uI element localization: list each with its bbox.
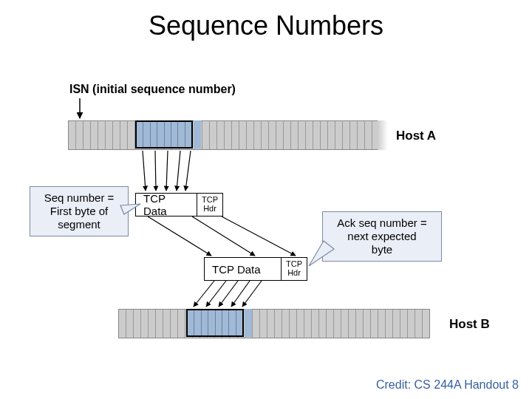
svg-line-9 xyxy=(194,281,214,307)
svg-line-3 xyxy=(166,151,168,191)
svg-line-12 xyxy=(231,281,250,307)
svg-line-4 xyxy=(177,151,180,191)
svg-line-6 xyxy=(148,216,211,256)
bytestream-host-b xyxy=(118,309,430,338)
svg-line-5 xyxy=(185,151,191,191)
svg-line-10 xyxy=(206,281,226,307)
callout-ack-l2: next expected xyxy=(330,230,434,243)
tcp-data-label-2: TCP Data xyxy=(205,258,282,280)
tcp-data-label: TCP Data xyxy=(136,194,197,216)
svg-line-11 xyxy=(219,281,238,307)
svg-line-2 xyxy=(155,151,156,191)
svg-line-13 xyxy=(242,281,262,307)
callout-seq-number: Seq number = First byte of segment xyxy=(30,186,129,236)
isn-label: ISN (initial sequence number) xyxy=(69,83,236,96)
callout-ack-l3: byte xyxy=(330,243,434,256)
stream-a-fade xyxy=(378,120,388,150)
bytestream-host-a xyxy=(68,120,380,150)
tcp-segment-outgoing: TCP Data TCP Hdr xyxy=(135,193,223,216)
segment-b-next xyxy=(245,309,252,337)
callout-ack-number: Ack seq number = next expected byte xyxy=(322,211,442,262)
host-b-label: Host B xyxy=(449,317,490,332)
tcp-segment-incoming: TCP Data TCP Hdr xyxy=(204,257,307,281)
svg-line-7 xyxy=(192,216,255,256)
callout-seq-l1: Seq number = xyxy=(38,191,120,205)
host-a-label: Host A xyxy=(396,129,436,143)
tcp-hdr-line2: Hdr xyxy=(202,205,218,214)
callout-seq-l2: First byte of xyxy=(38,205,120,218)
svg-line-8 xyxy=(222,216,296,256)
segment-a-highlight xyxy=(135,120,193,149)
tcp-hdr2-line2: Hdr xyxy=(286,269,302,278)
segment-a-next xyxy=(194,120,201,149)
svg-line-1 xyxy=(143,151,146,191)
callout-ack-l1: Ack seq number = xyxy=(330,216,434,230)
tcp-hdr-label: TCP Hdr xyxy=(197,194,222,216)
credit-line: Credit: CS 244A Handout 8 xyxy=(376,378,519,392)
tcp-hdr-label-2: TCP Hdr xyxy=(282,258,307,280)
callout-seq-l3: segment xyxy=(38,218,120,231)
page-title: Sequence Numbers xyxy=(0,10,532,41)
segment-b-highlight xyxy=(186,309,244,337)
